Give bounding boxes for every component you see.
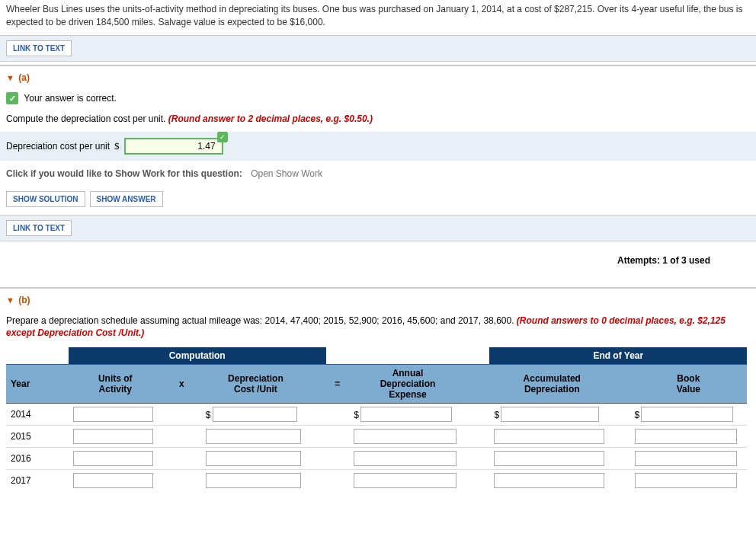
cost-2016-input[interactable]	[206, 451, 301, 466]
chevron-down-icon: ▼	[6, 73, 14, 82]
col-book-value: Book Value	[630, 365, 748, 404]
part-b-label: (b)	[18, 295, 30, 305]
currency-symbol: $	[114, 140, 120, 152]
col-units-of-activity: Units of Activity	[69, 365, 162, 404]
cost-2015-input[interactable]	[206, 429, 301, 444]
chevron-down-icon: ▼	[6, 295, 14, 305]
col-group-computation: Computation	[69, 347, 326, 365]
link-to-text-button[interactable]: LINK TO TEXT	[6, 220, 72, 236]
col-equals: =	[326, 365, 350, 404]
book-2016-input[interactable]	[635, 451, 737, 466]
accum-2015-input[interactable]	[494, 429, 604, 444]
units-2015-input[interactable]	[73, 429, 153, 444]
show-solution-button[interactable]: SHOW SOLUTION	[6, 191, 85, 207]
col-group-endofyear: End of Year	[489, 347, 747, 365]
answer-input-row: Depreciation cost per unit $ ✓	[0, 132, 756, 161]
part-b-instruction: Prepare a depreciation schedule assuming…	[0, 311, 756, 348]
action-buttons: SHOW SOLUTION SHOW ANSWER	[0, 187, 756, 212]
year-label: 2017	[6, 470, 69, 492]
attempts-counter: Attempts: 1 of 3 used	[0, 241, 756, 284]
open-show-work-link[interactable]: Open Show Work	[251, 168, 322, 179]
accum-2016-input[interactable]	[494, 451, 604, 466]
cost-2014-input[interactable]	[213, 407, 298, 422]
check-icon: ✓	[217, 132, 228, 142]
book-2014-input[interactable]	[641, 407, 732, 422]
units-2014-input[interactable]	[73, 407, 153, 422]
cost-2017-input[interactable]	[206, 473, 301, 488]
year-label: 2015	[6, 426, 69, 448]
depreciation-schedule-table: Computation End of Year Year Units of Ac…	[6, 347, 747, 491]
correct-message: Your answer is correct.	[24, 93, 117, 104]
answer-label: Depreciation cost per unit	[6, 141, 110, 152]
book-2015-input[interactable]	[635, 429, 737, 444]
link-bar-top: LINK TO TEXT	[0, 35, 756, 62]
show-answer-button[interactable]: SHOW ANSWER	[90, 191, 163, 207]
part-b-header[interactable]: ▼ (b)	[0, 289, 756, 311]
instruction-text: Compute the depreciation cost per unit.	[6, 113, 168, 124]
instruction-text: Prepare a depreciation schedule assuming…	[6, 315, 517, 326]
show-work-row: Click if you would like to Show Work for…	[0, 161, 756, 187]
col-multiply: x	[162, 365, 201, 404]
part-a-instruction: Compute the depreciation cost per unit. …	[0, 110, 756, 132]
annual-2017-input[interactable]	[354, 473, 456, 488]
annual-2015-input[interactable]	[354, 429, 456, 444]
units-2016-input[interactable]	[73, 451, 153, 466]
show-work-label: Click if you would like to Show Work for…	[6, 168, 242, 179]
link-bar-a: LINK TO TEXT	[0, 215, 756, 241]
accum-2014-input[interactable]	[501, 407, 599, 422]
part-a-header[interactable]: ▼ (a)	[0, 66, 756, 89]
instruction-rounding: (Round answer to 2 decimal places, e.g. …	[168, 113, 373, 124]
year-label: 2016	[6, 448, 69, 470]
problem-statement: Wheeler Bus Lines uses the units-of-acti…	[0, 0, 756, 32]
col-accumulated: Accumulated Depreciation	[489, 365, 614, 404]
col-cost-per-unit: Depreciation Cost /Unit	[201, 365, 310, 404]
correct-indicator: ✓ Your answer is correct.	[0, 89, 756, 110]
link-to-text-button[interactable]: LINK TO TEXT	[6, 40, 72, 56]
check-icon: ✓	[6, 92, 18, 104]
accum-2017-input[interactable]	[494, 473, 604, 488]
col-annual-expense: Annual Depreciation Expense	[349, 365, 466, 404]
year-label: 2014	[6, 404, 69, 426]
annual-2014-input[interactable]	[360, 407, 452, 422]
part-a-label: (a)	[18, 72, 30, 83]
annual-2016-input[interactable]	[354, 451, 456, 466]
depreciation-per-unit-input[interactable]	[124, 138, 223, 155]
units-2017-input[interactable]	[73, 473, 153, 488]
book-2017-input[interactable]	[635, 473, 737, 488]
col-year: Year	[6, 365, 69, 404]
